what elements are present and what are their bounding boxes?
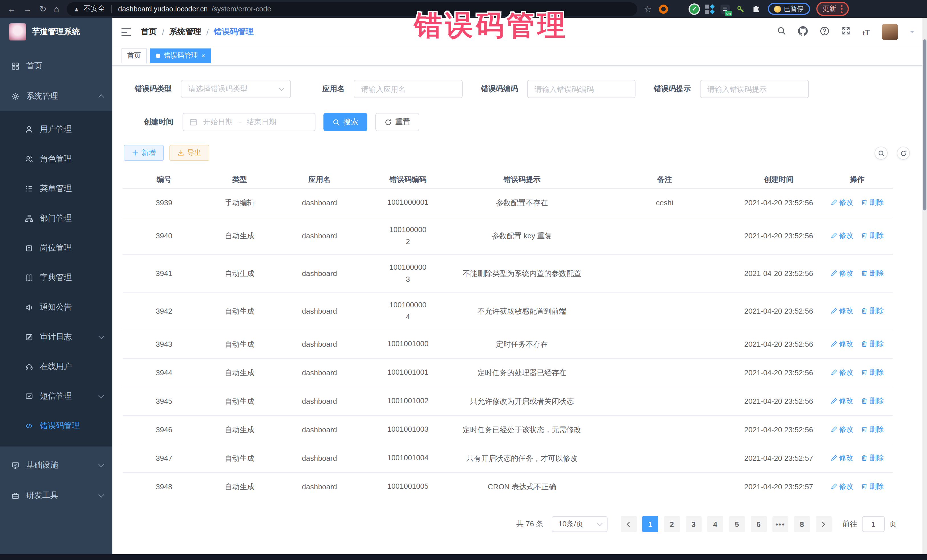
sidebar-item-error-code[interactable]: 错误码管理 bbox=[0, 411, 112, 441]
sidebar-item-audit-log[interactable]: 审计日志 bbox=[0, 322, 112, 352]
extension-gem-icon[interactable] bbox=[674, 4, 684, 14]
delete-link[interactable]: 删除 bbox=[861, 368, 884, 378]
delete-link[interactable]: 删除 bbox=[861, 306, 884, 316]
hamburger-icon[interactable] bbox=[121, 28, 131, 36]
delete-link[interactable]: 删除 bbox=[861, 269, 884, 278]
app-name-input[interactable] bbox=[354, 80, 463, 98]
page-number-button[interactable]: 5 bbox=[729, 516, 745, 532]
sidebar-item-departments[interactable]: 部门管理 bbox=[0, 203, 112, 233]
page-size-select[interactable]: 10条/页 bbox=[552, 516, 607, 532]
github-icon[interactable] bbox=[798, 26, 808, 38]
error-hint-input[interactable] bbox=[700, 80, 809, 98]
sidebar-item-system[interactable]: 系统管理 bbox=[0, 81, 112, 111]
date-range-picker[interactable]: 开始日期 - 结束日期 bbox=[182, 113, 316, 131]
edit-link[interactable]: 修改 bbox=[830, 269, 853, 278]
error-code-input[interactable] bbox=[527, 80, 635, 98]
avatar[interactable] bbox=[882, 24, 898, 40]
page-number-button[interactable]: 6 bbox=[751, 516, 766, 532]
browser-home-icon[interactable]: ⌂ bbox=[54, 5, 59, 13]
cell-type: 自动生成 bbox=[205, 268, 274, 279]
browser-forward-icon[interactable]: → bbox=[23, 5, 32, 13]
bookmark-star-icon[interactable]: ☆ bbox=[644, 4, 652, 14]
edit-link[interactable]: 修改 bbox=[830, 198, 853, 208]
reset-button[interactable]: 重置 bbox=[375, 113, 419, 131]
paused-extension-pill[interactable]: 已暂停 bbox=[768, 3, 810, 15]
delete-link[interactable]: 删除 bbox=[861, 231, 884, 241]
edit-link[interactable]: 修改 bbox=[830, 306, 853, 316]
breadcrumb-home[interactable]: 首页 bbox=[141, 27, 157, 37]
scrollbar-thumb[interactable] bbox=[923, 39, 926, 211]
cell-type: 自动生成 bbox=[205, 396, 274, 406]
delete-link[interactable]: 删除 bbox=[861, 482, 884, 492]
browser-reload-icon[interactable]: ↻ bbox=[40, 5, 47, 13]
delete-link[interactable]: 删除 bbox=[861, 198, 884, 208]
sidebar-item-announcements[interactable]: 通知公告 bbox=[0, 293, 112, 322]
sidebar-item-devtools[interactable]: 研发工具 bbox=[0, 480, 112, 510]
address-bar[interactable]: ▲ 不安全 dashboard.yudao.iocoder.cn/system/… bbox=[67, 2, 637, 16]
sidebar-item-dictionary[interactable]: 字典管理 bbox=[0, 263, 112, 293]
font-size-icon[interactable]: tT bbox=[863, 27, 870, 37]
export-button[interactable]: 导出 bbox=[169, 145, 209, 161]
browser-back-icon[interactable]: ← bbox=[8, 5, 16, 13]
chevron-down-icon bbox=[99, 333, 104, 339]
toggle-search-button[interactable] bbox=[874, 147, 887, 160]
page-number-button[interactable]: 8 bbox=[794, 516, 810, 532]
help-icon[interactable] bbox=[820, 26, 830, 38]
browser-update-button[interactable]: 更新 bbox=[816, 2, 849, 16]
fullscreen-icon[interactable] bbox=[842, 26, 851, 38]
sidebar-item-menus[interactable]: 菜单管理 bbox=[0, 174, 112, 203]
edit-link[interactable]: 修改 bbox=[830, 482, 853, 492]
page-number-button[interactable]: 3 bbox=[685, 516, 701, 532]
sidebar-item-posts[interactable]: 岗位管理 bbox=[0, 233, 112, 263]
page-number-button[interactable]: 1 bbox=[642, 516, 658, 532]
delete-link[interactable]: 删除 bbox=[861, 425, 884, 434]
edit-link[interactable]: 修改 bbox=[830, 453, 853, 463]
edit-link[interactable]: 修改 bbox=[830, 339, 853, 349]
breadcrumb-system[interactable]: 系统管理 bbox=[169, 27, 201, 37]
search-button[interactable]: 搜索 bbox=[324, 113, 368, 131]
tag-error-code[interactable]: 错误码管理 × bbox=[150, 48, 211, 63]
sidebar-item-sms[interactable]: 短信管理 bbox=[0, 381, 112, 411]
extension-puzzle-icon[interactable] bbox=[751, 4, 760, 14]
error-type-select[interactable]: 请选择错误码类型 bbox=[181, 80, 291, 98]
search-icon[interactable] bbox=[777, 26, 786, 38]
delete-link[interactable]: 删除 bbox=[861, 453, 884, 463]
extension-list-icon[interactable]: on bbox=[720, 4, 729, 14]
page-number-button[interactable]: 4 bbox=[707, 516, 723, 532]
browser-menu-dots-icon[interactable] bbox=[840, 5, 842, 13]
sidebar-item-online-users[interactable]: 在线用户 bbox=[0, 352, 112, 381]
refresh-table-button[interactable] bbox=[897, 147, 910, 160]
badge-icon bbox=[25, 244, 33, 252]
next-page-button[interactable] bbox=[816, 516, 831, 532]
edit-link[interactable]: 修改 bbox=[830, 396, 853, 406]
delete-link[interactable]: 删除 bbox=[861, 396, 884, 406]
add-button[interactable]: 新增 bbox=[124, 145, 164, 161]
sidebar-item-users[interactable]: 用户管理 bbox=[0, 115, 112, 144]
cell-type: 自动生成 bbox=[205, 425, 274, 435]
goto-page-input[interactable] bbox=[862, 516, 884, 532]
sidebar-item-home[interactable]: 首页 bbox=[0, 51, 112, 81]
extension-green-check-icon[interactable]: ✓ bbox=[690, 4, 699, 14]
avatar-dropdown-caret-icon[interactable] bbox=[910, 31, 915, 35]
edit-link[interactable]: 修改 bbox=[830, 425, 853, 434]
table-row: 3946 自动生成 dashboard 1001001003 定时任务已经处于该… bbox=[123, 416, 893, 444]
page-number-button[interactable]: 2 bbox=[664, 516, 680, 532]
extension-key-icon[interactable] bbox=[736, 4, 745, 14]
app-logo-row[interactable]: 芋道管理系统 bbox=[0, 18, 112, 46]
cell-code: 100100000 3 bbox=[365, 262, 451, 285]
prev-page-button[interactable] bbox=[620, 516, 636, 532]
sidebar-item-infrastructure[interactable]: 基础设施 bbox=[0, 450, 112, 480]
extension-orange-icon[interactable] bbox=[659, 4, 668, 14]
extension-squares-icon[interactable] bbox=[705, 4, 714, 14]
edit-link[interactable]: 修改 bbox=[830, 368, 853, 378]
tag-home[interactable]: 首页 bbox=[122, 48, 147, 63]
cell-ops: 修改 删除 bbox=[821, 482, 893, 492]
edit-link[interactable]: 修改 bbox=[830, 231, 853, 241]
page-number-button[interactable]: ••• bbox=[772, 516, 788, 532]
chevron-down-icon bbox=[279, 85, 284, 91]
cell-time: 2021-04-20 23:52:56 bbox=[736, 307, 821, 316]
sidebar-item-roles[interactable]: 角色管理 bbox=[0, 144, 112, 174]
delete-link[interactable]: 删除 bbox=[861, 339, 884, 349]
close-icon[interactable]: × bbox=[201, 52, 205, 59]
browser-scrollbar[interactable] bbox=[922, 18, 927, 554]
